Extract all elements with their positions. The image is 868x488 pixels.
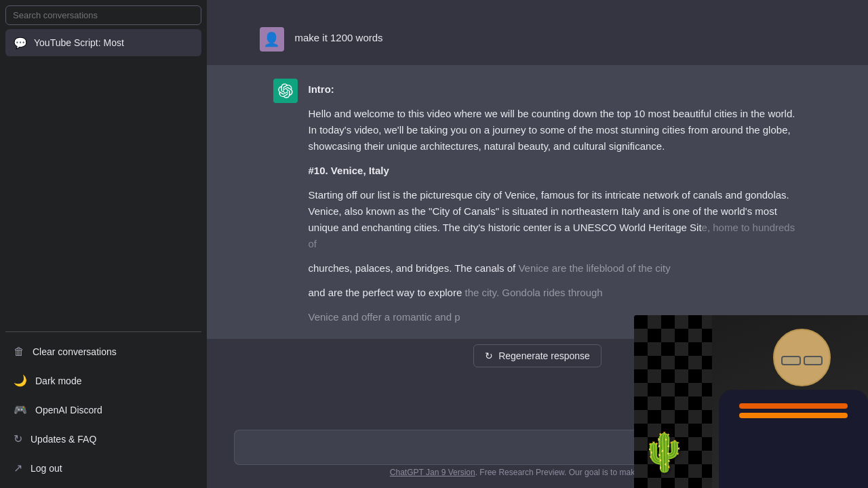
clear-conversations-item[interactable]: 🗑 Clear conversations [5,338,201,366]
logout-icon: ↗ [14,462,22,474]
user-message-text: make it 1200 words [295,30,816,46]
clear-conversations-label: Clear conversations [33,346,117,357]
clear-icon: 🗑 [14,346,24,358]
person-body [719,390,868,488]
discord-label: OpenAI Discord [35,405,102,415]
intro-body: Hello and welcome to this video where we… [309,106,802,155]
logout-label: Log out [31,463,62,474]
main-chat-area: 👤 make it 1200 words Intro: Hello [207,0,868,488]
discord-item[interactable]: 🎮 OpenAI Discord [5,395,201,424]
discord-icon: 🎮 [14,403,27,416]
messages-wrapper: 👤 make it 1200 words Intro: Hello [207,14,868,339]
dark-mode-item[interactable]: 🌙 Dark mode [5,366,201,395]
updates-label: Updates & FAQ [31,434,96,445]
section-10-title: #10. Venice, Italy [309,163,802,179]
search-input[interactable] [13,10,194,20]
intro-label: Intro: [309,81,802,98]
moon-icon: 🌙 [14,374,27,387]
section-10-body: Starting off our list is the picturesque… [309,187,802,252]
delete-conv-button[interactable]: 🗑 [181,36,193,49]
chatgpt-version-link[interactable]: ChatGPT Jan 9 Version [390,468,475,477]
refresh-icon: ↻ [14,432,22,445]
regenerate-label: Regenerate response [498,350,590,361]
dark-mode-label: Dark mode [35,375,81,386]
user-message-content: make it 1200 words [295,27,816,52]
chat-icon: 💬 [14,37,27,49]
video-person-area [712,315,868,488]
user-message-row: 👤 make it 1200 words [233,14,843,65]
section-10-cont2: and are the perfect way to explore the c… [309,285,802,301]
logout-item[interactable]: ↗ Log out [5,453,201,483]
glasses [781,356,823,365]
sidebar-divider [5,331,201,332]
cactus-emoji: 🌵 [641,430,688,474]
assistant-avatar [273,79,298,103]
assistant-message-content: Intro: Hello and welcome to this video w… [309,79,802,325]
regenerate-icon: ↻ [485,350,493,361]
conv-label: YouTube Script: Most [34,37,159,48]
updates-faq-item[interactable]: ↻ Updates & FAQ [5,424,201,453]
regenerate-button[interactable]: ↻ Regenerate response [473,344,601,367]
sidebar: 💬 YouTube Script: Most ✏ 🗑 🗑 Clear conve… [0,0,207,488]
assistant-message-inner: Intro: Hello and welcome to this video w… [246,79,829,325]
section-10-cont1: churches, palaces, and bridges. The cana… [309,260,802,277]
edit-conv-button[interactable]: ✏ [166,36,177,49]
person-head [773,329,831,386]
assistant-message-row: Intro: Hello and welcome to this video w… [207,65,868,339]
shirt-stripe [739,403,848,409]
sidebar-item-youtube-script[interactable]: 💬 YouTube Script: Most ✏ 🗑 [5,29,201,56]
video-overlay[interactable]: 🌵 [634,315,868,488]
user-avatar: 👤 [260,27,284,52]
shirt-stripe2 [739,413,848,418]
